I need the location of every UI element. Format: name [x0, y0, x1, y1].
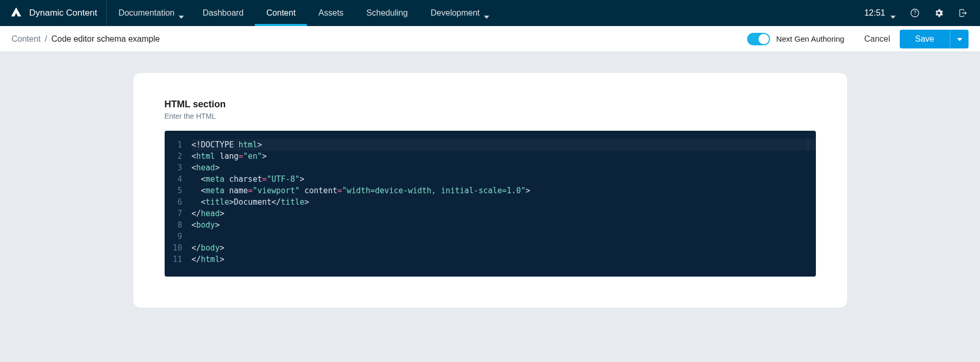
line-number: 8: [165, 219, 182, 231]
line-number: 9: [165, 231, 182, 242]
line-number-gutter: 1234567891011: [165, 139, 190, 268]
code-content[interactable]: <!DOCTYPE html><html lang="en"><head> <m…: [190, 139, 816, 268]
code-token: >: [220, 255, 225, 264]
content-area: HTML section Enter the HTML 123456789101…: [0, 52, 980, 308]
code-token: </: [192, 255, 201, 264]
chevron-down-icon: [957, 35, 962, 43]
code-line[interactable]: <meta name="viewport" content="width=dev…: [192, 185, 816, 196]
code-token: "UTF-8": [267, 174, 300, 184]
line-number: 7: [165, 208, 182, 219]
primary-nav: Documentation Dashboard Content Assets S…: [107, 0, 496, 26]
breadcrumb-current: Code editor schema example: [52, 34, 160, 44]
line-number: 5: [165, 185, 182, 196]
line-number: 4: [165, 173, 182, 185]
code-token: head: [196, 163, 215, 172]
code-line[interactable]: </html>: [192, 254, 816, 265]
code-token: "width=device-width, initial-scale=1.0": [342, 186, 526, 195]
nav-scheduling[interactable]: Scheduling: [355, 0, 419, 26]
clock-time: 12:51: [864, 8, 885, 18]
code-token: >: [215, 220, 220, 230]
code-token: [300, 186, 304, 195]
code-token: html: [239, 140, 257, 149]
breadcrumb-root[interactable]: Content: [11, 34, 41, 44]
code-token: html: [201, 255, 220, 264]
code-token: =: [337, 186, 342, 195]
code-token: >: [304, 197, 309, 207]
code-token: </: [271, 197, 281, 207]
section-title: HTML section: [165, 99, 816, 110]
cancel-button[interactable]: Cancel: [864, 34, 890, 44]
save-button[interactable]: Save: [900, 30, 950, 48]
code-token: <: [192, 163, 196, 172]
code-token: =: [239, 152, 243, 161]
nav-development[interactable]: Development: [419, 0, 497, 26]
chevron-down-icon: [484, 11, 489, 15]
code-token: </: [192, 243, 201, 253]
nav-content-label: Content: [266, 8, 295, 18]
code-line[interactable]: <head>: [192, 162, 816, 173]
code-token: <!: [192, 140, 201, 149]
breadcrumb-separator: /: [45, 34, 47, 44]
line-number: 1: [165, 139, 182, 151]
code-token: meta: [206, 186, 225, 195]
topbar-right: 12:51 ?: [858, 0, 980, 26]
help-icon[interactable]: ?: [904, 2, 926, 24]
code-line[interactable]: <html lang="en">: [192, 151, 816, 162]
chevron-down-icon: [179, 11, 184, 15]
code-token: body: [196, 220, 215, 230]
line-number: 10: [165, 242, 182, 254]
code-token: html: [196, 152, 215, 161]
chevron-down-icon: [890, 11, 896, 15]
authoring-toggle-wrap: Next Gen Authoring: [747, 33, 845, 45]
authoring-toggle[interactable]: [747, 33, 770, 45]
code-token: >: [215, 163, 220, 172]
code-token: [225, 186, 229, 195]
code-token: >: [526, 186, 530, 195]
breadcrumb: Content / Code editor schema example: [11, 34, 160, 44]
gear-icon[interactable]: [928, 2, 950, 24]
code-line[interactable]: <body>: [192, 219, 816, 231]
svg-text:?: ?: [913, 10, 916, 16]
nav-documentation[interactable]: Documentation: [107, 0, 191, 26]
code-token: "en": [243, 152, 262, 161]
code-line[interactable]: </body>: [192, 242, 816, 254]
code-token: =: [248, 186, 253, 195]
clock-dropdown[interactable]: 12:51: [858, 8, 902, 18]
code-token: content: [304, 186, 337, 195]
logout-icon[interactable]: [952, 2, 974, 24]
code-line[interactable]: <!DOCTYPE html>: [192, 139, 816, 151]
code-token: >: [220, 209, 225, 218]
nav-development-label: Development: [431, 8, 480, 18]
code-token: name: [229, 186, 248, 195]
code-line[interactable]: [192, 231, 816, 242]
nav-scheduling-label: Scheduling: [366, 8, 407, 18]
code-token: >: [300, 174, 304, 184]
code-token: [225, 174, 229, 184]
code-token: >: [262, 152, 267, 161]
code-token: <: [192, 220, 196, 230]
code-token: meta: [206, 174, 225, 184]
code-line[interactable]: <title>Document</title>: [192, 196, 816, 208]
code-line[interactable]: </head>: [192, 208, 816, 219]
line-number: 3: [165, 162, 182, 173]
code-token: <: [192, 197, 206, 207]
code-token: <: [192, 186, 206, 195]
code-line[interactable]: <meta charset="UTF-8">: [192, 173, 816, 185]
topbar: Dynamic Content Documentation Dashboard …: [0, 0, 980, 26]
toggle-knob: [759, 34, 769, 44]
code-editor[interactable]: 1234567891011 <!DOCTYPE html><html lang=…: [165, 131, 816, 277]
nav-dashboard[interactable]: Dashboard: [191, 0, 255, 26]
app-logo-icon[interactable]: [9, 6, 23, 20]
editor-card: HTML section Enter the HTML 123456789101…: [133, 73, 847, 308]
code-token: "viewport": [253, 186, 300, 195]
code-token: >: [229, 197, 234, 207]
code-token: title: [206, 197, 229, 207]
code-token: DOCTYPE: [201, 140, 234, 149]
code-token: <: [192, 174, 206, 184]
nav-assets[interactable]: Assets: [307, 0, 355, 26]
nav-assets-label: Assets: [318, 8, 343, 18]
nav-content[interactable]: Content: [255, 0, 307, 26]
save-dropdown[interactable]: [950, 30, 969, 48]
code-token: Document: [234, 197, 271, 207]
line-number: 11: [165, 254, 182, 265]
